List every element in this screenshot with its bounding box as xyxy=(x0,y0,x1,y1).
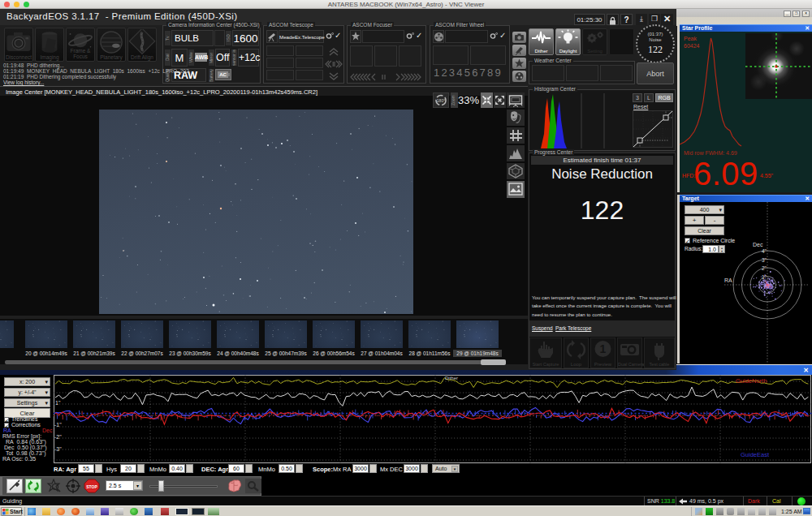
svg-text:Dither: Dither xyxy=(445,376,458,381)
svg-text:Dec: Dec xyxy=(753,242,763,247)
svg-text:GuideNorth: GuideNorth xyxy=(736,377,767,385)
svg-text:1": 1" xyxy=(55,400,61,406)
svg-text:2": 2" xyxy=(762,265,767,271)
svg-text:3": 3" xyxy=(762,257,767,263)
svg-text:STOP: STOP xyxy=(86,484,97,489)
svg-text:-1": -1" xyxy=(54,422,62,428)
svg-text:180°: 180° xyxy=(437,98,445,103)
svg-text:1: 1 xyxy=(600,342,607,355)
svg-text:1": 1" xyxy=(762,274,767,280)
svg-text:-3": -3" xyxy=(54,446,62,452)
svg-text:4": 4" xyxy=(762,248,767,254)
svg-text:GuideEast: GuideEast xyxy=(741,451,770,458)
svg-text:-2": -2" xyxy=(54,434,62,440)
svg-text:RA: RA xyxy=(724,277,732,283)
